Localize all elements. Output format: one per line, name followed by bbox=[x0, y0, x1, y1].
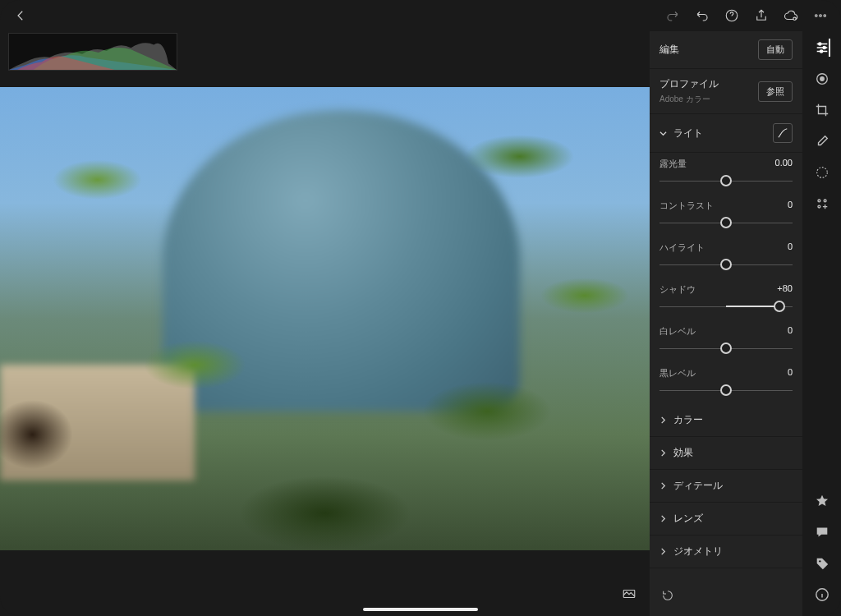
section-effects[interactable]: 効果 bbox=[650, 437, 802, 470]
section-color[interactable]: カラー bbox=[650, 404, 802, 437]
section-effects-label: 効果 bbox=[673, 446, 693, 460]
slider-label: シャドウ bbox=[659, 283, 696, 296]
svg-point-6 bbox=[818, 43, 820, 45]
slider-label: コントラスト bbox=[659, 200, 714, 212]
svg-point-10 bbox=[820, 77, 824, 81]
section-geometry-label: ジオメトリ bbox=[673, 545, 723, 559]
slider-value: 0 bbox=[788, 241, 793, 254]
top-toolbar bbox=[0, 0, 841, 31]
slider-value: 0.00 bbox=[775, 158, 793, 170]
comment-icon[interactable] bbox=[814, 524, 830, 540]
svg-point-14 bbox=[817, 205, 820, 208]
undo-button[interactable] bbox=[693, 7, 711, 25]
filmstrip-toggle-icon[interactable] bbox=[620, 586, 638, 601]
svg-point-4 bbox=[824, 15, 826, 17]
svg-point-2 bbox=[815, 15, 817, 17]
slider-track[interactable] bbox=[659, 173, 793, 188]
profile-name: Adobe カラー bbox=[659, 94, 719, 105]
section-color-label: カラー bbox=[673, 413, 703, 427]
tone-curve-button[interactable] bbox=[773, 123, 793, 143]
tool-rail bbox=[802, 31, 841, 616]
share-button[interactable] bbox=[752, 7, 770, 25]
section-light-label: ライト bbox=[673, 126, 703, 140]
profile-row: プロファイル Adobe カラー 参照 bbox=[650, 69, 802, 114]
slider-value: +80 bbox=[777, 283, 793, 296]
home-indicator bbox=[363, 608, 478, 611]
slider-track[interactable] bbox=[659, 215, 793, 230]
slider-黒レベル[interactable]: 黒レベル0 bbox=[650, 362, 802, 404]
info-icon[interactable] bbox=[814, 586, 830, 603]
slider-track[interactable] bbox=[659, 299, 793, 314]
chevron-right-icon bbox=[659, 482, 667, 490]
rating-star-icon[interactable] bbox=[814, 493, 830, 509]
chevron-right-icon bbox=[659, 416, 667, 424]
slider-label: 白レベル bbox=[659, 325, 696, 338]
edit-label: 編集 bbox=[659, 43, 679, 57]
section-light[interactable]: ライト bbox=[650, 114, 802, 153]
main-area: 編集 自動 プロファイル Adobe カラー 参照 ライト 露光量0.00コント… bbox=[0, 31, 802, 616]
slider-track[interactable] bbox=[659, 383, 793, 398]
cloud-sync-button[interactable] bbox=[782, 7, 800, 25]
tool-color-mixer[interactable] bbox=[814, 71, 830, 87]
slider-track[interactable] bbox=[659, 341, 793, 356]
slider-コントラスト[interactable]: コントラスト0 bbox=[650, 195, 802, 237]
section-lens[interactable]: レンズ bbox=[650, 503, 802, 536]
tool-healing[interactable] bbox=[814, 133, 830, 149]
browse-profiles-button[interactable]: 参照 bbox=[758, 81, 793, 102]
chevron-right-icon bbox=[659, 548, 667, 555]
redo-button[interactable] bbox=[664, 7, 682, 25]
svg-point-8 bbox=[820, 50, 822, 53]
help-button[interactable] bbox=[723, 7, 741, 25]
slider-白レベル[interactable]: 白レベル0 bbox=[650, 320, 802, 362]
tool-crop[interactable] bbox=[814, 102, 830, 118]
slider-露光量[interactable]: 露光量0.00 bbox=[650, 153, 802, 195]
section-detail-label: ディテール bbox=[673, 479, 723, 493]
back-button[interactable] bbox=[11, 7, 30, 25]
slider-value: 0 bbox=[788, 367, 793, 379]
chevron-right-icon bbox=[659, 449, 667, 457]
section-lens-label: レンズ bbox=[673, 512, 703, 526]
slider-ハイライト[interactable]: ハイライト0 bbox=[650, 237, 802, 278]
image-canvas-area bbox=[0, 31, 650, 616]
slider-シャドウ[interactable]: シャドウ+80 bbox=[650, 278, 802, 320]
photo-preview[interactable] bbox=[0, 87, 650, 550]
svg-point-12 bbox=[817, 200, 820, 202]
reset-button[interactable] bbox=[650, 577, 802, 616]
svg-point-15 bbox=[819, 560, 820, 562]
histogram[interactable] bbox=[8, 33, 177, 71]
more-button[interactable] bbox=[811, 7, 830, 25]
edit-header-row: 編集 自動 bbox=[650, 31, 802, 69]
tool-presets[interactable] bbox=[814, 195, 830, 212]
tool-masking[interactable] bbox=[814, 164, 830, 181]
svg-point-7 bbox=[823, 46, 825, 48]
slider-label: 黒レベル bbox=[659, 367, 696, 379]
svg-point-11 bbox=[816, 168, 827, 178]
slider-value: 0 bbox=[788, 200, 793, 212]
tag-icon[interactable] bbox=[814, 555, 830, 572]
svg-point-13 bbox=[824, 200, 826, 202]
svg-point-3 bbox=[820, 15, 822, 17]
profile-label: プロファイル bbox=[659, 77, 719, 91]
edit-panel: 編集 自動 プロファイル Adobe カラー 参照 ライト 露光量0.00コント… bbox=[650, 31, 802, 616]
tool-adjust[interactable] bbox=[814, 39, 830, 56]
slider-value: 0 bbox=[788, 325, 793, 338]
auto-button[interactable]: 自動 bbox=[758, 39, 793, 60]
section-detail[interactable]: ディテール bbox=[650, 470, 802, 503]
slider-label: 露光量 bbox=[659, 158, 687, 170]
section-geometry[interactable]: ジオメトリ bbox=[650, 536, 802, 568]
slider-label: ハイライト bbox=[659, 241, 705, 254]
chevron-right-icon bbox=[659, 515, 667, 522]
slider-track[interactable] bbox=[659, 257, 793, 272]
reset-icon bbox=[659, 589, 676, 602]
chevron-down-icon bbox=[659, 130, 667, 137]
